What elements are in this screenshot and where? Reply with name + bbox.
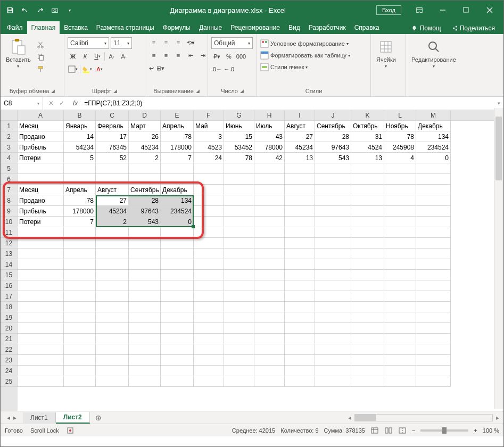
cell[interactable] (416, 206, 451, 217)
cell[interactable]: 14 (64, 131, 96, 142)
cell[interactable] (64, 174, 96, 185)
cell[interactable] (194, 227, 224, 238)
cell[interactable] (384, 366, 416, 376)
cell[interactable] (194, 291, 224, 302)
font-name-combo[interactable]: Calibri▾ (68, 37, 109, 49)
cell[interactable] (416, 376, 451, 387)
cell[interactable] (315, 280, 351, 291)
cell[interactable] (161, 238, 194, 249)
row-header-21[interactable]: 21 (1, 334, 18, 344)
cell[interactable] (315, 334, 351, 344)
cell[interactable] (285, 302, 315, 312)
cell[interactable] (224, 344, 254, 355)
cell[interactable] (254, 238, 285, 249)
cancel-formula-icon[interactable]: ✕ (48, 100, 54, 107)
cell[interactable] (285, 291, 315, 302)
italic-button[interactable]: К (80, 51, 90, 62)
cell[interactable] (254, 163, 285, 174)
cell[interactable] (384, 280, 416, 291)
cell[interactable]: 245908 (384, 142, 416, 153)
cell[interactable] (18, 323, 64, 334)
cell[interactable]: 4 (384, 153, 416, 163)
cell[interactable] (254, 195, 285, 206)
cell[interactable] (315, 355, 351, 366)
cell[interactable]: 27 (285, 131, 315, 142)
cell[interactable] (96, 291, 129, 302)
cell[interactable]: 134 (416, 131, 451, 142)
cell[interactable] (384, 185, 416, 195)
cell[interactable] (64, 334, 96, 344)
tab-developer[interactable]: Разработчик (304, 21, 350, 34)
cell[interactable] (254, 302, 285, 312)
cell[interactable] (64, 376, 96, 387)
horizontal-scrollbar[interactable] (354, 414, 493, 421)
cell[interactable] (384, 376, 416, 387)
cell[interactable] (161, 355, 194, 366)
cell[interactable] (194, 238, 224, 249)
cell[interactable]: Апрель (161, 121, 194, 131)
cell[interactable] (254, 259, 285, 270)
cell[interactable] (18, 302, 64, 312)
cell[interactable]: Прибыль (18, 142, 64, 153)
col-header-K[interactable]: K (351, 110, 384, 120)
underline-button[interactable]: Ч▾ (92, 51, 103, 62)
cell[interactable] (161, 291, 194, 302)
cell[interactable]: 43 (254, 131, 285, 142)
cell[interactable]: 2 (129, 153, 161, 163)
increase-indent-icon[interactable]: ⇥ (197, 50, 208, 61)
cell[interactable] (254, 249, 285, 259)
cell[interactable] (129, 312, 161, 323)
cell[interactable] (64, 280, 96, 291)
cell[interactable] (285, 195, 315, 206)
font-color-button[interactable]: A▾ (94, 64, 105, 74)
row-header-16[interactable]: 16 (1, 280, 18, 291)
cell[interactable]: Сентябрь (129, 185, 161, 195)
cell[interactable] (224, 227, 254, 238)
cell[interactable] (416, 259, 451, 270)
cell[interactable] (384, 312, 416, 323)
cell[interactable] (224, 334, 254, 344)
cell[interactable] (384, 174, 416, 185)
redo-icon[interactable] (36, 6, 44, 14)
cell[interactable]: 4524 (351, 142, 384, 153)
percent-icon[interactable]: % (224, 51, 234, 62)
cell[interactable]: 28 (315, 131, 351, 142)
cell[interactable] (18, 366, 64, 376)
tab-review[interactable]: Рецензирование (226, 21, 284, 34)
conditional-formatting-button[interactable]: Условное форматирование▾ (260, 39, 349, 48)
zoom-slider[interactable] (420, 429, 468, 432)
cell[interactable] (224, 217, 254, 227)
align-right-icon[interactable]: ≡ (173, 50, 184, 61)
cell[interactable] (194, 334, 224, 344)
cell[interactable] (161, 376, 194, 387)
cell[interactable]: 45234 (285, 142, 315, 153)
cell[interactable]: 53452 (224, 142, 254, 153)
close-button[interactable] (479, 2, 500, 18)
cell[interactable] (129, 280, 161, 291)
cell[interactable] (351, 344, 384, 355)
cell[interactable] (96, 312, 129, 323)
increase-font-icon[interactable]: A↑ (106, 51, 117, 62)
cell[interactable]: 543 (129, 217, 161, 227)
cell[interactable] (64, 270, 96, 280)
cell[interactable] (384, 302, 416, 312)
cell[interactable] (224, 323, 254, 334)
cell[interactable]: 27 (96, 195, 129, 206)
cell[interactable] (351, 270, 384, 280)
row-header-2[interactable]: 2 (1, 131, 18, 142)
copy-icon[interactable] (35, 52, 46, 62)
formula-expand-icon[interactable]: ▾ (494, 101, 503, 106)
cell[interactable] (315, 249, 351, 259)
cell[interactable] (18, 376, 64, 387)
cell[interactable]: 78 (64, 195, 96, 206)
cell[interactable] (384, 291, 416, 302)
cell[interactable] (285, 163, 315, 174)
cell[interactable] (254, 366, 285, 376)
sheet-tab-1[interactable]: Лист1 (23, 412, 56, 423)
cell[interactable] (224, 185, 254, 195)
cell[interactable] (161, 366, 194, 376)
cell[interactable]: 54234 (64, 142, 96, 153)
cell[interactable] (161, 302, 194, 312)
row-header-9[interactable]: 9 (1, 206, 18, 217)
cell[interactable] (224, 163, 254, 174)
